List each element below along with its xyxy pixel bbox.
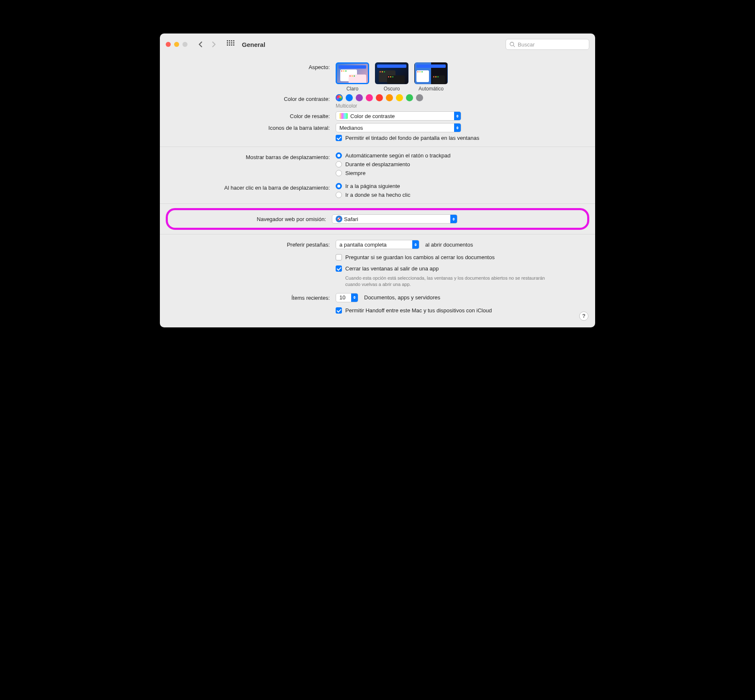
checkbox-icon — [336, 265, 342, 272]
zoom-window-button — [182, 42, 187, 47]
recent-items-value: 10 — [339, 294, 345, 301]
accent-graphite[interactable] — [416, 94, 423, 101]
sidebar-icon-size-select[interactable]: Medianos — [336, 123, 461, 132]
accent-pink[interactable] — [366, 94, 373, 101]
scrollbars-always-label: Siempre — [345, 170, 365, 176]
select-arrows-icon — [450, 215, 457, 223]
checkbox-icon — [336, 254, 342, 260]
radio-icon — [336, 183, 342, 189]
close-windows-label: Cerrar las ventanas al salir de una app — [345, 265, 439, 272]
scrollbars-label: Mostrar barras de desplazamiento: — [168, 152, 336, 160]
divider — [160, 203, 595, 204]
accent-label: Color de contraste: — [168, 94, 336, 102]
forward-button — [209, 40, 218, 49]
accent-multicolor[interactable] — [336, 94, 343, 101]
divider — [160, 234, 595, 234]
radio-icon — [336, 152, 342, 159]
accent-purple[interactable] — [356, 94, 363, 101]
scroll-click-label: Al hacer clic en la barra de desplazamie… — [168, 183, 336, 191]
divider — [160, 147, 595, 147]
titlebar: General Buscar — [160, 33, 595, 55]
accent-color-picker — [336, 94, 423, 101]
scrollbars-always-radio[interactable]: Siempre — [336, 170, 450, 176]
highlight-swatch-icon — [339, 113, 348, 119]
radio-icon — [336, 161, 342, 167]
appearance-option-dark[interactable]: Oscuro — [375, 62, 408, 92]
default-browser-value: Safari — [344, 216, 358, 222]
search-field[interactable]: Buscar — [506, 39, 589, 50]
handoff-checkbox[interactable]: Permitir Handoff entre este Mac y tus di… — [336, 307, 492, 314]
close-window-button[interactable] — [166, 42, 171, 47]
select-arrows-icon — [454, 124, 461, 132]
select-arrows-icon — [454, 112, 461, 120]
appearance-dark-caption: Oscuro — [375, 86, 408, 92]
prefer-tabs-suffix: al abrir documentos — [425, 242, 473, 248]
highlight-label: Color de resalte: — [168, 111, 336, 119]
appearance-label: Aspecto: — [168, 62, 336, 70]
svg-line-1 — [514, 46, 515, 47]
minimize-window-button[interactable] — [174, 42, 179, 47]
appearance-option-auto[interactable]: Automático — [414, 62, 448, 92]
sidebar-icon-value: Medianos — [339, 125, 363, 131]
scroll-click-next-page-radio[interactable]: Ir a la página siguiente — [336, 183, 410, 189]
ask-save-label: Preguntar si se guardan los cambios al c… — [345, 254, 495, 260]
appearance-light-caption: Claro — [336, 86, 369, 92]
radio-icon — [336, 192, 342, 198]
default-browser-highlight: Navegador web por omisión: Safari — [166, 208, 589, 230]
wallpaper-tint-checkbox[interactable]: Permitir el tintado del fondo de pantall… — [336, 135, 479, 141]
highlight-color-select[interactable]: Color de contraste — [336, 111, 461, 121]
window-title: General — [242, 41, 265, 48]
scroll-click-jump-label: Ir a donde se ha hecho clic — [345, 192, 410, 198]
recent-items-select[interactable]: 10 — [336, 293, 358, 302]
radio-icon — [336, 170, 342, 176]
search-placeholder: Buscar — [518, 41, 534, 48]
scrollbars-auto-radio[interactable]: Automáticamente según el ratón o trackpa… — [336, 152, 450, 159]
close-windows-checkbox[interactable]: Cerrar las ventanas al salir de una app — [336, 265, 439, 272]
ask-save-checkbox[interactable]: Preguntar si se guardan los cambios al c… — [336, 254, 495, 260]
back-button[interactable] — [196, 40, 205, 49]
help-button[interactable]: ? — [579, 311, 588, 321]
accent-orange[interactable] — [386, 94, 393, 101]
prefer-tabs-label: Preferir pestañas: — [168, 240, 336, 248]
search-icon — [509, 41, 515, 47]
appearance-auto-caption: Automático — [414, 86, 448, 92]
preferences-window: General Buscar Aspecto: Claro — [160, 33, 595, 327]
content-area: Aspecto: Claro — [160, 55, 595, 327]
scroll-click-next-page-label: Ir a la página siguiente — [345, 183, 400, 189]
accent-blue[interactable] — [346, 94, 353, 101]
scrollbars-auto-label: Automáticamente según el ratón o trackpa… — [345, 152, 450, 159]
handoff-label: Permitir Handoff entre este Mac y tus di… — [345, 307, 492, 314]
wallpaper-tint-label: Permitir el tintado del fondo de pantall… — [345, 135, 479, 141]
help-icon: ? — [582, 313, 586, 319]
window-controls — [166, 42, 187, 47]
default-browser-select[interactable]: Safari — [332, 214, 457, 224]
recent-items-label: Ítems recientes: — [168, 293, 336, 301]
accent-red[interactable] — [376, 94, 383, 101]
sidebar-icons-label: Iconos de la barra lateral: — [168, 123, 336, 131]
appearance-option-light[interactable]: Claro — [336, 62, 369, 92]
select-arrows-icon — [351, 293, 358, 302]
checkbox-icon — [336, 135, 342, 141]
scrollbars-scrolling-label: Durante el desplazamiento — [345, 161, 410, 167]
prefer-tabs-select[interactable]: a pantalla completa — [336, 240, 419, 249]
scrollbars-scrolling-radio[interactable]: Durante el desplazamiento — [336, 161, 450, 167]
accent-green[interactable] — [406, 94, 413, 101]
recent-items-suffix: Documentos, apps y servidores — [364, 294, 440, 301]
accent-yellow[interactable] — [396, 94, 403, 101]
safari-icon — [336, 216, 342, 222]
checkbox-icon — [336, 307, 342, 314]
accent-selected-label: Multicolor — [336, 103, 357, 109]
default-browser-label: Navegador web por omisión: — [173, 214, 332, 222]
svg-point-0 — [510, 42, 514, 46]
prefer-tabs-value: a pantalla completa — [339, 242, 387, 248]
select-arrows-icon — [412, 240, 419, 249]
show-all-icon[interactable] — [227, 40, 235, 49]
highlight-value: Color de contraste — [350, 113, 395, 119]
scroll-click-jump-radio[interactable]: Ir a donde se ha hecho clic — [336, 192, 410, 198]
close-windows-hint: Cuando esta opción está seleccionada, la… — [345, 275, 546, 288]
